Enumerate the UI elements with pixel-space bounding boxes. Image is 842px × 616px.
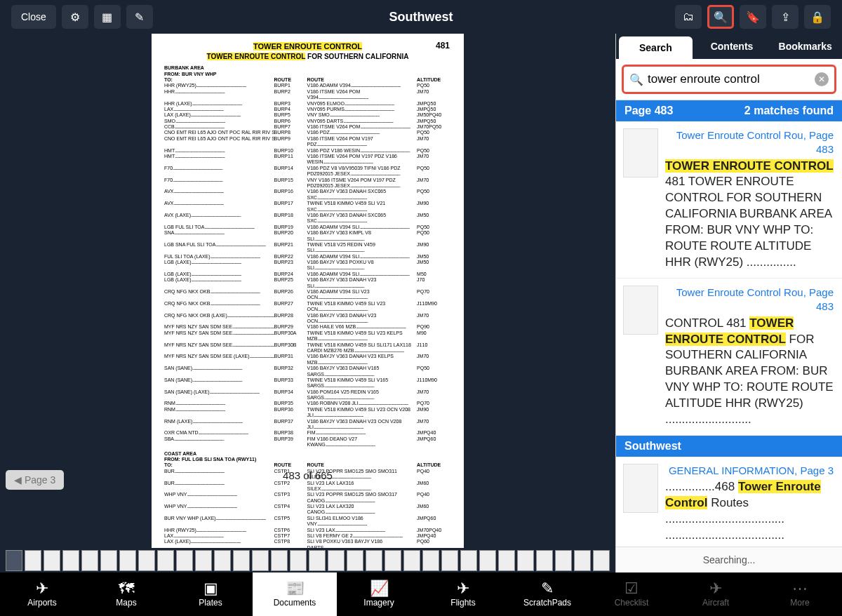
page-thumbnail[interactable]	[271, 550, 288, 571]
page-thumbnail[interactable]	[422, 550, 439, 571]
nav-maps[interactable]: 🗺Maps	[84, 573, 168, 616]
page-thumbnail[interactable]	[441, 550, 458, 571]
page-thumbnail[interactable]	[252, 550, 269, 571]
page-thumbnail[interactable]	[366, 550, 382, 571]
searching-indicator: Searching...	[616, 547, 842, 573]
result-group-header: Southwest	[616, 436, 842, 457]
page-thumbnail[interactable]	[309, 550, 326, 571]
bottom-navigation: ✈Airports 🗺Maps ▣Plates 📰Documents 📈Imag…	[0, 573, 842, 616]
doc-row: LAXBURP4VNY095 PURMSJMPQ50	[164, 107, 451, 112]
search-input[interactable]	[643, 72, 815, 86]
page-thumbnail[interactable]	[25, 550, 41, 571]
doc-row: HHR (RWY25)CSTP6SLI V23 LAXJM70PQ40	[164, 528, 451, 533]
flights-icon: ✈	[457, 581, 469, 596]
search-result-item[interactable]: Tower Enroute Control Rou, Page 483 CONT…	[616, 279, 842, 436]
search-button[interactable]: 🔍	[707, 5, 734, 29]
page-thumbnail[interactable]	[100, 550, 117, 571]
search-result-item[interactable]: GENERAL INFORMATION, Page 3 ............…	[616, 457, 842, 547]
airport-icon: ✈	[36, 581, 48, 596]
gear-icon: ⚙	[70, 11, 80, 24]
grid-button[interactable]: ▦	[94, 5, 121, 29]
edit-button[interactable]: ✎	[126, 5, 153, 29]
doc-row: SAN (SANE)BURP33TWINE V518 KIMMO V459 SL…	[164, 377, 451, 389]
page-thumbnail[interactable]	[403, 550, 420, 571]
plates-icon: ▣	[203, 581, 218, 596]
scratchpad-icon: ✎	[541, 581, 554, 596]
nav-plates[interactable]: ▣Plates	[168, 573, 253, 616]
doc-row: AVX (LAXE)BURP18V186 BAYJY V363 DANAH SX…	[164, 213, 451, 225]
page-thumbnail[interactable]	[555, 550, 572, 571]
doc-row: WHP VNYCSTP4SLI V23 LAX LAX320 CANOGJM60	[164, 504, 451, 516]
doc-row: LAXCSTP7SLI V8 FERMY GE 2JMPQ40	[164, 533, 451, 539]
page-thumbnail[interactable]	[574, 550, 591, 571]
result-link[interactable]: Tower Enroute Control Rou, Page 483	[665, 286, 834, 314]
page-thumbnail[interactable]	[347, 550, 363, 571]
share-button[interactable]: ⇪	[772, 5, 798, 29]
page-thumbnail[interactable]	[233, 550, 250, 571]
doc-row: LAX (LAXE)BURP5VNY SMOJM50PQ40	[164, 112, 451, 118]
page-thumbnail[interactable]	[290, 550, 307, 571]
page-indicator: 483 of 665	[283, 469, 333, 482]
search-icon: 🔍	[629, 73, 643, 86]
page-thumbnail[interactable]	[385, 550, 401, 571]
page-thumbnail[interactable]	[157, 550, 174, 571]
page-thumbnail[interactable]	[328, 550, 345, 571]
page-thumbnail[interactable]	[593, 550, 610, 571]
page-thumbnail[interactable]	[176, 550, 193, 571]
lock-button[interactable]: 🔒	[804, 5, 831, 29]
doc-row: SAN (SANE)BURP32V186 BAYJY V363 DANAH V1…	[164, 366, 451, 377]
clear-search-button[interactable]: ✕	[815, 72, 829, 86]
page-thumbnail[interactable]	[479, 550, 496, 571]
tab-search[interactable]: Search	[619, 36, 693, 59]
doc-row: HMTBURP11V186 ITSME V264 POM V197 PDZ V1…	[164, 154, 451, 166]
page-thumbnail[interactable]	[517, 550, 534, 571]
page-thumbnail[interactable]	[6, 550, 22, 571]
page-number: 481	[436, 41, 450, 51]
nav-flights[interactable]: ✈Flights	[421, 573, 505, 616]
page-thumbnail[interactable]	[460, 550, 477, 571]
doc-row: MYF NRS NZY SAN SDM SEEBURP30ATWINE V518…	[164, 330, 451, 342]
page-thumbnail[interactable]	[138, 550, 155, 571]
page-thumbnail[interactable]	[195, 550, 212, 571]
document-title: Southwest	[389, 10, 453, 25]
nav-checklist[interactable]: ☑Checklist	[589, 573, 674, 616]
page-thumbnail[interactable]	[81, 550, 98, 571]
result-link[interactable]: GENERAL INFORMATION, Page 3	[665, 464, 834, 478]
nav-airports[interactable]: ✈Airports	[0, 573, 84, 616]
doc-row: WHP VNYCSTP3SLI V23 POPPR SMO125 SMO SMO…	[164, 492, 451, 504]
page-thumbnail[interactable]	[119, 550, 136, 571]
page-thumbnail[interactable]	[44, 550, 60, 571]
page-thumbnail[interactable]	[498, 550, 515, 571]
doc-row: HMTBURP10V186 PDZ V186 WESINPQ50	[164, 148, 451, 154]
doc-row: LAX (LAXE)CSTP8SLI V8 POXKU V363 BAYJY V…	[164, 539, 451, 548]
page-thumbnail[interactable]	[214, 550, 231, 571]
page-thumbnail[interactable]	[62, 550, 79, 571]
nav-aircraft[interactable]: ✈Aircraft	[674, 573, 758, 616]
nav-imagery[interactable]: 📈Imagery	[337, 573, 421, 616]
document-viewer: ◀ Page 3 481 TOWER ENROUTE CONTROL TOWER…	[0, 34, 615, 573]
bookmark-icon: 🔖	[746, 11, 760, 24]
doc-row: CRQ NFG NKX OKBBURP26V186 ADAMM V394 SLI…	[164, 289, 451, 301]
bookmark-button[interactable]: 🔖	[740, 5, 766, 29]
close-icon: ✕	[818, 74, 825, 84]
close-button[interactable]: Close	[11, 5, 56, 29]
search-results[interactable]: Page 483 2 matches found Tower Enroute C…	[616, 100, 842, 547]
search-result-item[interactable]: Tower Enroute Control Rou, Page 483 TOWE…	[616, 121, 842, 279]
tab-contents[interactable]: Contents	[695, 34, 769, 59]
folder-button[interactable]: 🗂	[675, 5, 702, 29]
thumbnail-strip[interactable]	[0, 548, 615, 573]
nav-more[interactable]: ⋯More	[758, 573, 842, 616]
document-page[interactable]: 481 TOWER ENROUTE CONTROL TOWER ENROUTE …	[152, 34, 464, 548]
tab-bookmarks[interactable]: Bookmarks	[768, 34, 842, 59]
nav-documents[interactable]: 📰Documents	[253, 573, 337, 616]
top-toolbar: Close ⚙ ▦ ✎ Southwest 🗂 🔍 🔖 ⇪ 🔒	[0, 0, 842, 34]
page-thumbnail[interactable]	[536, 550, 553, 571]
search-icon: 🔍	[714, 11, 728, 24]
doc-row: MYF NRS NZY SAN SDM SEEBURP30BTWINE V518…	[164, 342, 451, 354]
doc-row: CRQ NFG NKX OKBBURP27TWINE V518 KIMMO V4…	[164, 301, 451, 313]
imagery-icon: 📈	[370, 581, 389, 596]
result-link[interactable]: Tower Enroute Control Rou, Page 483	[665, 128, 834, 157]
doc-row: LGB (LAXE)BURP24V186 ADAMM V394 SLIM50	[164, 272, 451, 277]
nav-scratchpads[interactable]: ✎ScratchPads	[505, 573, 589, 616]
settings-button[interactable]: ⚙	[62, 5, 88, 29]
